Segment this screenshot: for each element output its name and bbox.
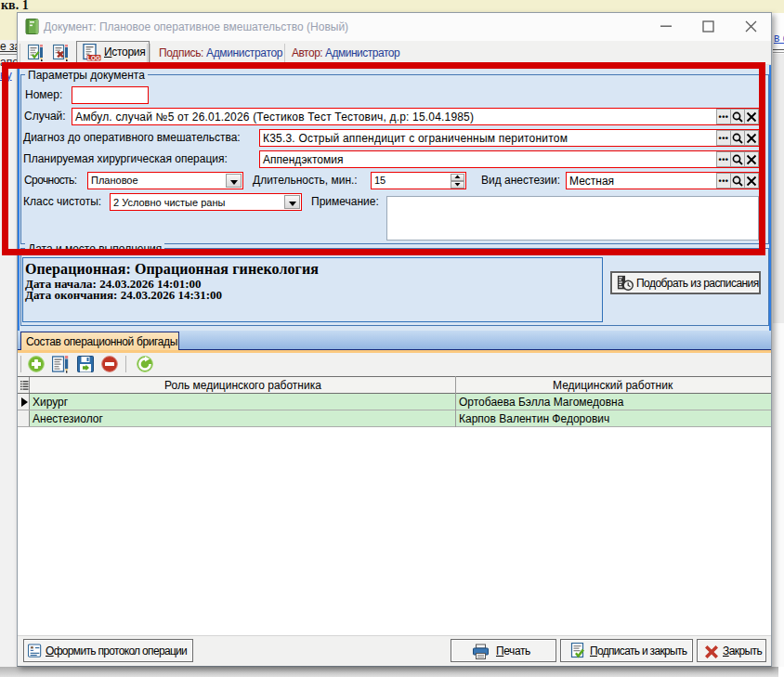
svg-text:LOG: LOG [87,55,100,61]
